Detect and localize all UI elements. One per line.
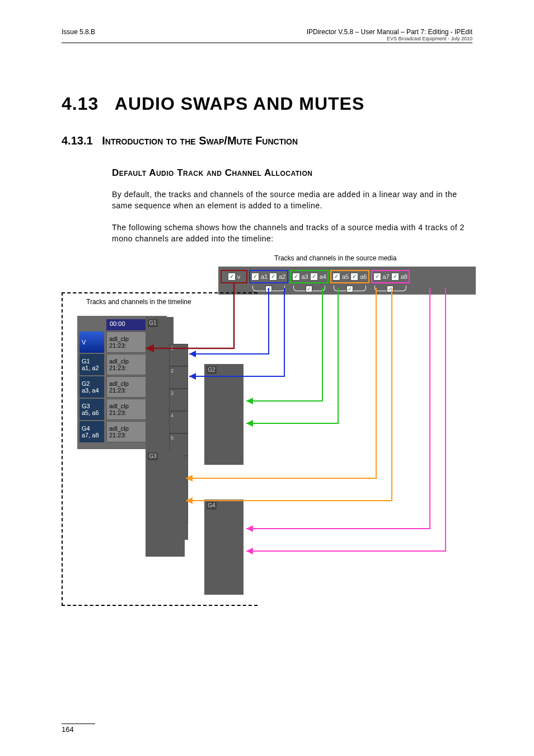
source-header: ✓ v ✓a1 ✓a2 ✓ ✓a3 ✓a4 ✓ ✓a5 ✓a6 ✓ ✓a7 ✓a… xyxy=(218,267,476,295)
section-title: AUDIO SWAPS AND MUTES xyxy=(115,94,365,114)
track-badge-v: V xyxy=(79,332,104,353)
row-num: 1 xyxy=(169,344,188,366)
track-badge-g1: G1 a1, a2 xyxy=(79,354,104,375)
section-heading: 4.13 AUDIO SWAPS AND MUTES xyxy=(62,94,472,114)
timeline-label: Tracks and channels in the timeline xyxy=(84,298,194,306)
check-icon[interactable]: ✓ xyxy=(346,286,353,292)
timeline-col-g2: G2 xyxy=(204,364,243,465)
check-icon[interactable]: ✓ xyxy=(387,286,394,292)
channel-label: a6 xyxy=(360,273,367,280)
subsubsection-heading: Default Audio Track and Channel Allocati… xyxy=(112,167,472,179)
row-num: 3 xyxy=(169,389,188,411)
check-icon[interactable]: ✓ xyxy=(350,273,358,281)
manual-title: IPDirector V.5.8 – User Manual – Part 7:… xyxy=(307,28,472,36)
group-label: G1 xyxy=(148,319,158,327)
check-icon[interactable]: ✓ xyxy=(391,273,399,281)
channel-pair-2: ✓a3 ✓a4 ✓ xyxy=(290,270,329,283)
check-icon[interactable]: ✓ xyxy=(310,273,318,281)
check-icon[interactable]: ✓ xyxy=(228,273,236,281)
channel-label: a2 xyxy=(279,273,285,280)
channel-label: a1 xyxy=(261,273,268,280)
track-badge-g3: G3 a5, a6 xyxy=(79,399,104,420)
source-media-label: Tracks and channels in the source media xyxy=(274,254,396,262)
timeline-col-g4: G4 xyxy=(204,500,243,595)
channel-pair-3: ✓a5 ✓a6 ✓ xyxy=(330,270,369,283)
channel-pair-4: ✓a7 ✓a8 ✓ xyxy=(371,270,410,283)
row-num: 4 xyxy=(169,411,188,433)
page-number: 164 xyxy=(62,724,95,734)
subsection-heading: 4.13.1 Introduction to the Swap/Mute Fun… xyxy=(62,134,472,147)
issue-label: Issue 5.8.B xyxy=(62,28,95,36)
check-icon[interactable]: ✓ xyxy=(373,273,381,281)
section-number: 4.13 xyxy=(62,94,99,114)
check-icon[interactable]: ✓ xyxy=(269,273,277,281)
channel-label: a3 xyxy=(302,273,308,280)
subsection-number: 4.13.1 xyxy=(62,134,93,147)
check-icon[interactable]: ✓ xyxy=(251,273,259,281)
video-checkbox-block: ✓ v xyxy=(221,270,247,283)
track-badge-g2: G2 a3, a4 xyxy=(79,376,104,398)
paragraph-2: The following schema shows how the chann… xyxy=(112,222,472,245)
row-num: 2 xyxy=(169,366,188,389)
channel-label: a5 xyxy=(342,273,349,280)
group-label: G4 xyxy=(207,502,217,510)
channel-label: a4 xyxy=(320,273,326,280)
video-label: v xyxy=(237,273,241,280)
timeline-col-g3: G3 xyxy=(146,450,185,557)
check-icon[interactable]: ✓ xyxy=(292,273,300,281)
channel-label: a8 xyxy=(401,273,407,280)
paragraph-1: By default, the tracks and channels of t… xyxy=(112,189,472,212)
check-icon[interactable]: ✓ xyxy=(332,273,340,281)
subsection-title: Introduction to the Swap/Mute Function xyxy=(102,134,298,147)
page-header: Issue 5.8.B IPDirector V.5.8 – User Manu… xyxy=(62,28,472,43)
diagram: Tracks and channels in the source media … xyxy=(62,254,476,618)
track-badge-g4: G4 a7, a8 xyxy=(79,421,104,442)
channel-label: a7 xyxy=(383,273,390,280)
check-icon[interactable]: ✓ xyxy=(265,286,272,292)
manual-subtitle: EVS Broadcast Equipment - July 2010 xyxy=(307,36,472,41)
check-icon[interactable]: ✓ xyxy=(306,286,312,292)
group-label: G2 xyxy=(207,366,217,374)
channel-pair-1: ✓a1 ✓a2 ✓ xyxy=(249,270,288,283)
group-label: G3 xyxy=(148,452,158,460)
